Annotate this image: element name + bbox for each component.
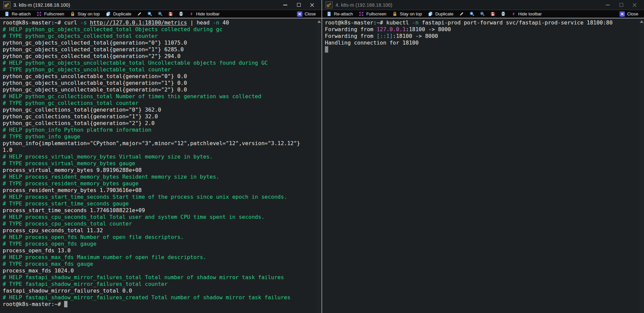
- terminal-line: # TYPE process_virtual_memory_bytes gaug…: [3, 160, 315, 167]
- zoom-out-button[interactable]: [477, 10, 488, 18]
- terminal-output: root@k8s-master:~# curl -s http://127.0.…: [0, 18, 321, 308]
- terminal-line: python_info{implementation="CPython",maj…: [3, 140, 315, 147]
- stay-on-top-label: Stay on top: [78, 11, 100, 16]
- fullscreen-button[interactable]: Fullscreen: [356, 10, 389, 18]
- window-titlebar[interactable]: 3. k8s-m (192.168.18.100): [0, 0, 321, 10]
- close-session-button[interactable]: Close: [616, 10, 641, 18]
- terminal-line: # HELP python_gc_collections_total Numbe…: [3, 93, 315, 100]
- edit-button[interactable]: [134, 10, 145, 18]
- terminal-line: # TYPE process_open_fds gauge: [3, 241, 315, 247]
- terminal-line: python_gc_objects_uncollectable_total{ge…: [3, 73, 315, 80]
- reattach-button[interactable]: Re-attach: [324, 10, 356, 18]
- maximize-icon: [297, 3, 301, 7]
- reattach-document-icon: [327, 11, 332, 16]
- terminal-line: process_resident_memory_bytes 1.7903616e…: [3, 187, 315, 194]
- close-session-label: Close: [305, 11, 316, 16]
- reattach-document-icon: [4, 11, 9, 16]
- duplicate-label: Duplicate: [113, 11, 131, 16]
- terminal-window-right: 4. k8s-m (192.168.18.100) Re-attach Full…: [322, 0, 644, 313]
- duplicate-pages-icon: [428, 11, 433, 16]
- terminal-line: # HELP fastapi_shadow_mirror_failures_to…: [3, 274, 315, 281]
- scroll-up-icon[interactable]: [317, 20, 321, 23]
- close-icon: [633, 3, 637, 7]
- terminal-line: # TYPE python_gc_objects_uncollectable_t…: [3, 66, 315, 73]
- zoom-out-button[interactable]: [155, 10, 165, 18]
- window-titlebar[interactable]: 4. k8s-m (192.168.18.100): [322, 0, 644, 10]
- hide-toolbar-button[interactable]: Hide toolbar: [186, 10, 222, 18]
- terminal-line: root@k8s-master:~# kubectl -n fastapi-pr…: [325, 19, 637, 26]
- terminal-line: # TYPE process_resident_memory_bytes gau…: [3, 180, 315, 187]
- terminal-output: root@k8s-master:~# kubectl -n fastapi-pr…: [322, 18, 644, 53]
- terminal-screen[interactable]: root@k8s-master:~# curl -s http://127.0.…: [0, 18, 321, 313]
- terminal-line: Forwarding from [::1]:18100 -> 8000: [325, 33, 637, 40]
- terminal-scrollbar[interactable]: [317, 18, 321, 313]
- duplicate-button[interactable]: Duplicate: [425, 10, 456, 18]
- fullscreen-label: Fullscreen: [366, 11, 386, 16]
- minimize-button[interactable]: [279, 0, 292, 10]
- fullscreen-label: Fullscreen: [44, 11, 64, 16]
- terminal-line: process_cpu_seconds_total 11.32: [3, 227, 315, 234]
- hide-toolbar-lightning-icon: [511, 11, 516, 16]
- hide-toolbar-button[interactable]: Hide toolbar: [508, 10, 545, 18]
- duplicate-pages-icon: [106, 11, 111, 16]
- terminal-line: # HELP python_gc_objects_collected_total…: [3, 26, 315, 33]
- terminal-screen[interactable]: root@k8s-master:~# kubectl -n fastapi-pr…: [322, 18, 644, 313]
- terminal-line: # TYPE process_start_time_seconds gauge: [3, 200, 315, 207]
- terminal-line: Handling connection for 18100: [325, 40, 637, 46]
- terminal-line: python_gc_objects_uncollectable_total{ge…: [3, 80, 315, 86]
- hide-toolbar-label: Hide toolbar: [518, 11, 542, 16]
- zoom-out-icon: [158, 11, 163, 16]
- maximize-button[interactable]: [614, 0, 628, 10]
- terminal-line: 1.0: [3, 147, 315, 153]
- save-button[interactable]: [165, 10, 176, 18]
- printer-icon: [179, 11, 184, 16]
- minimize-button[interactable]: [601, 0, 614, 10]
- edit-button[interactable]: [456, 10, 467, 18]
- terminal-line: # HELP python_info Python platform infor…: [3, 127, 315, 133]
- save-button[interactable]: [488, 10, 498, 18]
- toolbar: Re-attach Fullscreen Stay on top Duplica…: [322, 10, 644, 18]
- terminal-line: # TYPE python_gc_collections_total count…: [3, 100, 315, 107]
- terminal-scrollbar[interactable]: [639, 18, 644, 313]
- maximize-icon: [620, 3, 623, 7]
- terminal-line: # HELP fastapi_shadow_mirror_failures_cr…: [3, 294, 315, 301]
- terminal-line: fastapi_shadow_mirror_failures_total 0.0: [3, 288, 315, 294]
- duplicate-button[interactable]: Duplicate: [103, 10, 134, 18]
- terminal-line: root@k8s-master:~#: [3, 301, 315, 308]
- hide-toolbar-label: Hide toolbar: [196, 11, 219, 16]
- close-icon: [310, 3, 314, 7]
- terminal-line: python_gc_objects_uncollectable_total{ge…: [3, 86, 315, 93]
- close-session-button[interactable]: Close: [294, 10, 319, 18]
- reattach-button[interactable]: Re-attach: [1, 10, 34, 18]
- maximize-button[interactable]: [292, 0, 305, 10]
- fullscreen-button[interactable]: Fullscreen: [34, 10, 67, 18]
- stay-on-top-button[interactable]: Stay on top: [67, 10, 103, 18]
- scroll-up-icon[interactable]: [640, 20, 643, 23]
- minimize-icon: [606, 5, 610, 5]
- reattach-label: Re-attach: [12, 11, 31, 16]
- print-button[interactable]: [176, 10, 186, 18]
- fullscreen-arrows-icon: [359, 11, 364, 16]
- close-session-label: Close: [627, 11, 638, 16]
- close-x-icon: [297, 11, 302, 17]
- session-key-icon[interactable]: [326, 1, 333, 8]
- toolbar: Re-attach Fullscreen Stay on top Duplica…: [0, 10, 321, 18]
- terminal-line: root@k8s-master:~# curl -s http://127.0.…: [3, 19, 315, 26]
- stay-on-top-padlock-icon: [392, 11, 397, 16]
- session-key-icon[interactable]: [3, 1, 10, 8]
- terminal-line: python_gc_objects_collected_total{genera…: [3, 53, 315, 60]
- terminal-window-left: 3. k8s-m (192.168.18.100) Re-attach Full…: [0, 0, 321, 313]
- terminal-line: python_gc_collections_total{generation="…: [3, 107, 315, 113]
- stay-on-top-label: Stay on top: [400, 11, 422, 16]
- zoom-in-button[interactable]: [145, 10, 155, 18]
- stay-on-top-padlock-icon: [70, 11, 75, 16]
- print-button[interactable]: [498, 10, 508, 18]
- close-button[interactable]: [305, 0, 319, 10]
- zoom-in-button[interactable]: [467, 10, 477, 18]
- edit-pen-icon: [137, 11, 142, 16]
- fullscreen-arrows-icon: [37, 11, 42, 16]
- stay-on-top-button[interactable]: Stay on top: [389, 10, 425, 18]
- printer-icon: [501, 11, 506, 16]
- terminal-line: # TYPE process_max_fds gauge: [3, 261, 315, 267]
- close-button[interactable]: [628, 0, 641, 10]
